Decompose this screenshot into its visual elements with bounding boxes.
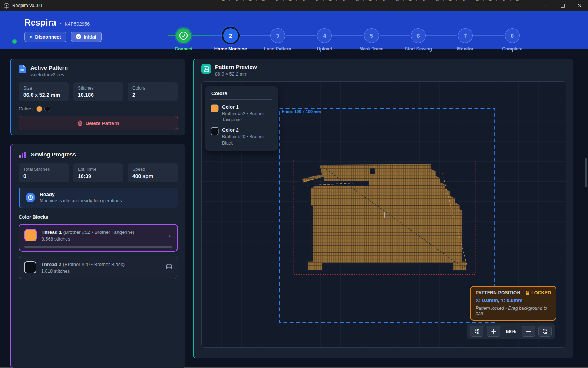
maximize-button[interactable] bbox=[554, 0, 571, 11]
disconnect-button[interactable]: × Disconnect bbox=[24, 32, 66, 42]
pattern-filename: valetudogv2.pes bbox=[30, 72, 68, 77]
thread-1-swatch bbox=[24, 229, 37, 241]
plus-icon bbox=[491, 329, 496, 334]
disconnect-label: Disconnect bbox=[35, 34, 61, 40]
minimize-button[interactable] bbox=[537, 0, 554, 11]
step-number: 6 bbox=[411, 28, 426, 43]
connection-status-dot bbox=[12, 39, 17, 44]
pattern-preview-title: Pattern Preview bbox=[215, 64, 257, 70]
step-label: Complete bbox=[502, 46, 522, 52]
step-label: Monitor bbox=[457, 46, 473, 52]
step-label: Start Sewing bbox=[405, 46, 432, 52]
step-label: Home Machine bbox=[214, 46, 247, 52]
step-label: Connect bbox=[175, 46, 192, 52]
legend-entry-2: Color 2 Brother #20 • Brother Black bbox=[211, 127, 272, 146]
clock-icon bbox=[26, 193, 35, 202]
initial-label: Initial bbox=[84, 34, 96, 40]
background-window-artifact bbox=[222, 0, 523, 1]
trash-icon bbox=[77, 120, 82, 126]
zoom-out-button[interactable] bbox=[522, 326, 535, 337]
step-number: 8 bbox=[505, 28, 520, 43]
color-dot-2 bbox=[45, 106, 50, 112]
stat-stitches: Stitches 10.186 bbox=[73, 82, 123, 101]
app-window: Respira v0.0.0 Respira • K4P502956 × bbox=[0, 0, 588, 368]
zoom-in-button[interactable] bbox=[487, 326, 500, 337]
machine-status-banner: Ready Machine is idle and ready for oper… bbox=[19, 188, 178, 208]
zoom-level: 58% bbox=[503, 329, 518, 334]
step-start-sewing[interactable]: 6 Start Sewing bbox=[395, 28, 442, 52]
minus-icon bbox=[526, 329, 531, 334]
legend-swatch-2 bbox=[211, 128, 218, 135]
close-icon: × bbox=[30, 34, 33, 40]
serial-separator: • bbox=[60, 21, 62, 27]
document-icon bbox=[19, 64, 26, 77]
legend-swatch-1 bbox=[211, 105, 218, 112]
thread-block-2[interactable]: Thread 2 (Brother #20 • Brother Black) 1… bbox=[19, 256, 178, 279]
titlebar: Respira v0.0.0 bbox=[0, 0, 588, 11]
machine-serial: K4P502956 bbox=[65, 21, 90, 27]
step-complete[interactable]: 8 Complete bbox=[489, 28, 536, 52]
step-monitor[interactable]: 7 Monitor bbox=[442, 28, 489, 52]
header: Respira • K4P502956 × Disconnect Initial bbox=[0, 11, 588, 49]
step-label: Mask Trace bbox=[359, 46, 383, 52]
locked-badge: LOCKED bbox=[531, 290, 551, 295]
hoop-label: Hoop: 100 x 100 mm bbox=[282, 109, 321, 114]
sewing-progress-card: Sewing Progress Total Stitches 0 Est. Ti… bbox=[10, 144, 185, 368]
pattern-preview-card: Pattern Preview 86.0 × 52.2 mm bbox=[193, 59, 573, 358]
image-icon bbox=[201, 64, 211, 77]
step-mask-trace[interactable]: 5 Mask Trace bbox=[348, 28, 395, 52]
pattern-position-overlay: PATTERN POSITION: LOCKED X: 0.0mm, Y: 0.… bbox=[470, 286, 556, 321]
stat-speed: Speed 400 spm bbox=[128, 163, 178, 182]
initial-button[interactable]: Initial bbox=[71, 32, 102, 42]
pan-hint: Pattern locked • Drag background to pan bbox=[476, 306, 551, 316]
stat-colors: Colors 2 bbox=[128, 82, 178, 101]
bar-chart-icon bbox=[19, 150, 27, 159]
scrollbar-thumb[interactable] bbox=[585, 158, 587, 187]
machine-status-desc: Machine is idle and ready for operations bbox=[40, 198, 122, 203]
stat-est-time: Est. Time 16:39 bbox=[73, 163, 123, 182]
step-label: Load Pattern bbox=[264, 46, 291, 52]
close-button[interactable] bbox=[571, 0, 588, 11]
legend-title: Colors bbox=[211, 90, 272, 100]
pattern-position-label: PATTERN POSITION: bbox=[476, 290, 522, 295]
fit-to-view-button[interactable] bbox=[470, 326, 483, 337]
sewing-progress-title: Sewing Progress bbox=[31, 150, 76, 159]
step-number: 5 bbox=[364, 28, 379, 43]
step-connect[interactable]: Connect bbox=[160, 28, 207, 52]
stepper-lead-line bbox=[168, 35, 176, 36]
check-circle-icon bbox=[76, 34, 81, 39]
arrow-right-icon: → bbox=[165, 231, 172, 239]
colors-legend: Colors Color 1 Brother #52 • Brother Tan… bbox=[205, 86, 278, 151]
refresh-icon bbox=[542, 329, 548, 334]
step-load-pattern[interactable]: 3 Load Pattern bbox=[254, 28, 301, 52]
thread-1-progress bbox=[24, 246, 172, 248]
workflow-stepper: Connect 2 Home Machine 3 Load Pattern 4 … bbox=[160, 28, 536, 52]
step-home-machine[interactable]: 2 Home Machine bbox=[207, 28, 254, 52]
step-number: 2 bbox=[223, 28, 238, 43]
layers-icon bbox=[166, 263, 172, 272]
machine-status-title: Ready bbox=[40, 192, 122, 197]
color-dot-1 bbox=[37, 106, 42, 112]
lock-icon bbox=[525, 291, 529, 295]
delete-pattern-button[interactable]: Delete Pattern bbox=[19, 116, 178, 130]
step-label: Upload bbox=[317, 46, 332, 52]
colors-row-label: Colors: bbox=[19, 106, 34, 112]
preview-canvas[interactable]: Hoop: 100 x 100 mm bbox=[201, 81, 566, 348]
compress-icon bbox=[474, 329, 479, 334]
thread-block-1[interactable]: Thread 1 (Brother #52 • Brother Tangerin… bbox=[19, 224, 178, 252]
active-pattern-title: Active Pattern bbox=[30, 64, 68, 71]
thread-2-swatch bbox=[24, 261, 36, 273]
color-blocks-label: Color Blocks bbox=[19, 214, 178, 220]
step-number: 4 bbox=[317, 28, 332, 43]
step-number: 7 bbox=[458, 28, 473, 43]
stat-total-stitches: Total Stitches 0 bbox=[19, 163, 69, 182]
pattern-coordinates: X: 0.0mm, Y: 0.0mm bbox=[476, 298, 551, 303]
step-upload[interactable]: 4 Upload bbox=[301, 28, 348, 52]
app-icon bbox=[4, 3, 9, 9]
window-title: Respira v0.0.0 bbox=[12, 3, 42, 8]
legend-entry-1: Color 1 Brother #52 • Brother Tangerine bbox=[211, 104, 272, 123]
step-number: 3 bbox=[270, 28, 285, 43]
zoom-controls: 58% bbox=[467, 323, 555, 339]
reset-view-button[interactable] bbox=[538, 326, 552, 337]
step-done-icon bbox=[176, 28, 191, 43]
